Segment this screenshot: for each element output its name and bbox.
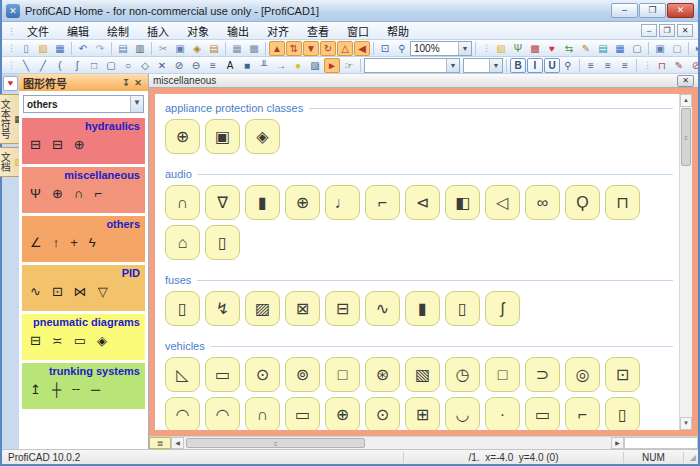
symbol-dome-cross[interactable]: ⊓ (605, 185, 640, 220)
mirror-vertical-button[interactable]: ⇅ (286, 41, 302, 56)
symbols-folder-button[interactable]: ▧ (493, 41, 509, 56)
new-button[interactable]: ▯ (18, 41, 34, 56)
panel-symbol[interactable]: ⌐ (94, 187, 102, 201)
panel-symbol[interactable]: ▭ (74, 334, 86, 348)
filled-rect-tool[interactable]: ■ (239, 58, 255, 73)
dimension-button[interactable]: ⊓ (654, 58, 670, 73)
rounded-rectangle-tool[interactable]: ▢ (103, 58, 119, 73)
symbol-headphones[interactable]: ∞ (525, 185, 560, 220)
symbol-vehicle-regulator[interactable]: ▧ (405, 357, 440, 392)
save-button[interactable]: ▦ (52, 41, 68, 56)
panel-symbol[interactable]: + (70, 236, 78, 250)
symbol-vehicle-row2-1[interactable]: ◠ (165, 397, 200, 430)
panel-symbol[interactable]: ≍ (52, 334, 63, 348)
symbol-fuse-bold[interactable]: ▮ (405, 291, 440, 326)
favorites-tab-button[interactable]: ♥ (3, 76, 18, 91)
symbol-microphone-stand[interactable]: ♩ (325, 185, 360, 220)
panel-symbol[interactable]: ─ (91, 383, 100, 397)
symbol-vehicle-row2-11[interactable]: ⌐ (565, 397, 600, 430)
symbol-vehicle-row2-10[interactable]: ▭ (525, 397, 560, 430)
circle-line-tool[interactable]: ⊖ (188, 58, 204, 73)
italic-button[interactable]: I (527, 58, 543, 73)
pin-icon[interactable]: ↧ (120, 78, 132, 88)
chevron-down-icon[interactable]: ▼ (130, 96, 143, 112)
ellipse-tool[interactable]: ○ (120, 58, 136, 73)
menu-item[interactable]: 文件 (18, 21, 58, 41)
symbol-vehicle-pump-2[interactable]: ⊚ (285, 357, 320, 392)
favorites-button[interactable]: ♥ (544, 41, 560, 56)
symbol-fuse[interactable]: ▯ (165, 291, 200, 326)
format-painter-button[interactable]: ◈ (189, 41, 205, 56)
panel-symbol[interactable]: ⊡ (52, 285, 63, 299)
underline-button[interactable]: U (544, 58, 560, 73)
swatches-button[interactable]: ▦ (612, 41, 628, 56)
symbol-vehicle-row2-12[interactable]: ▯ (605, 397, 640, 430)
symbol-microphone[interactable]: ▮ (245, 185, 280, 220)
hatch-tool[interactable]: ▨ (307, 58, 323, 73)
symbol-horn-small[interactable]: ⊲ (405, 185, 440, 220)
document-close-button[interactable]: ✕ (677, 75, 694, 87)
panel-symbol[interactable]: ⊟ (30, 138, 41, 152)
text-tool[interactable]: A (222, 58, 238, 73)
rotate-right-button[interactable]: ↻ (320, 41, 336, 56)
bezier-tool[interactable]: ʃ (69, 58, 85, 73)
zoom-button[interactable]: ⚲ (394, 41, 410, 56)
panel-symbol[interactable]: ⋈ (74, 285, 87, 299)
menu-item[interactable]: 输出 (218, 21, 258, 41)
panel-symbol[interactable]: Ψ (30, 187, 41, 201)
panel-symbol[interactable]: ⊕ (52, 187, 63, 201)
highlight-tool[interactable]: ● (290, 58, 306, 73)
symbol-vehicle-row2-9[interactable]: · (485, 397, 520, 430)
cross-tool[interactable]: ✕ (154, 58, 170, 73)
horizontal-scrollbar[interactable]: ≡ (184, 437, 611, 449)
symbol-vehicle-gauge[interactable]: ◎ (565, 357, 600, 392)
paste-button[interactable]: ▤ (206, 41, 222, 56)
close-icon[interactable]: ✕ (132, 78, 144, 88)
refresh-button[interactable]: ⇆ (561, 41, 577, 56)
symbol-vehicle-motor[interactable]: ⊡ (605, 357, 640, 392)
panel-symbol[interactable]: ╌ (72, 383, 80, 397)
symbol-loudspeaker[interactable]: ◁ (485, 185, 520, 220)
circle-slash-tool[interactable]: ⊘ (171, 58, 187, 73)
back-button[interactable]: ◀ (354, 41, 370, 56)
select-tool[interactable]: ► (324, 58, 340, 73)
symbol-horn[interactable]: ∇ (205, 185, 240, 220)
panel-symbol[interactable]: ▽ (98, 285, 108, 299)
menu-item[interactable]: 绘制 (98, 21, 138, 41)
symbol-vehicle-junction-box[interactable]: □ (325, 357, 360, 392)
chevron-down-icon[interactable]: ▼ (489, 59, 502, 72)
oval-tool[interactable]: ◇ (137, 58, 153, 73)
symbol-vehicle-headlight[interactable]: ⊃ (525, 357, 560, 392)
menu-item[interactable]: 帮助 (378, 21, 418, 41)
symbol-group-dropdown[interactable]: others ▼ (23, 95, 144, 113)
symbol-tent-speaker[interactable]: ⌂ (165, 225, 200, 260)
panel-symbol[interactable]: ∿ (30, 285, 41, 299)
vertical-scroll-thumb[interactable]: ≡ (681, 108, 691, 166)
symbol-fuse-striker[interactable]: ▨ (245, 291, 280, 326)
menu-item[interactable]: 插入 (138, 21, 178, 41)
symbol-fuse-outline[interactable]: ▯ (445, 291, 480, 326)
flip-button[interactable]: △ (337, 41, 353, 56)
menu-item[interactable]: 窗口 (338, 21, 378, 41)
open-button[interactable]: ▧ (35, 41, 51, 56)
bold-button[interactable]: B (510, 58, 526, 73)
symbol-vehicle-row2-5[interactable]: ⊕ (325, 397, 360, 430)
symbol-vehicle-fan[interactable]: ⊛ (365, 357, 400, 392)
text-zoom-button[interactable]: ⚲ (560, 58, 576, 73)
scroll-left-arrow[interactable]: ◀ (171, 437, 184, 449)
pan-tool[interactable]: ☞ (341, 58, 357, 73)
symbol-vehicle-clock[interactable]: ◷ (445, 357, 480, 392)
symbol-vehicle-row2-3[interactable]: ∩ (245, 397, 280, 430)
symbol-protection-class-1-earth[interactable]: ⊕ (165, 119, 200, 154)
panel-symbol[interactable]: ϟ (89, 236, 96, 250)
menu-item[interactable]: 编辑 (58, 21, 98, 41)
symbol-fuse-switch[interactable]: ↯ (205, 291, 240, 326)
ungroup-button[interactable]: ▢ (669, 41, 685, 56)
symbol-fuse-switch-disconnector[interactable]: ∿ (365, 291, 400, 326)
symbol-protection-class-2-double-insulation[interactable]: ▣ (205, 119, 240, 154)
close-button[interactable]: ✕ (667, 3, 694, 18)
arc-tool[interactable]: ( (52, 58, 68, 73)
pen-button[interactable]: ✎ (671, 58, 687, 73)
panel-symbol[interactable]: ∩ (74, 187, 83, 201)
scroll-up-arrow[interactable]: ▲ (680, 94, 692, 107)
